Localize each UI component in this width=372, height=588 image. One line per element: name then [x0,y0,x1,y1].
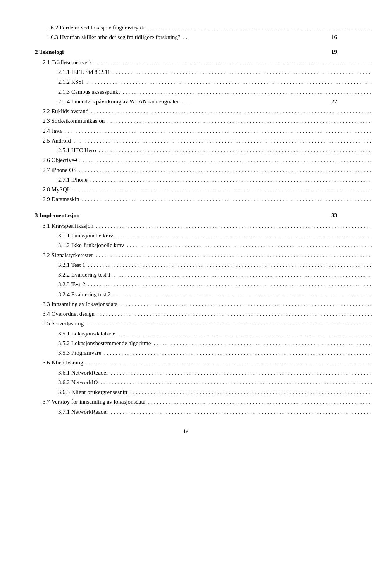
toc-entry-2-8: 2.8 MySQL 30 [35,185,337,194]
toc-dots [83,156,372,165]
toc-entry-2-7-1: 2.7.1 iPhone 30 [35,175,337,184]
page-number: iv [35,428,337,434]
toc-dots [86,358,372,367]
toc-dots [114,270,372,279]
toc-entry-3-1-1: 3.1.1 Funksjonelle krav 33 [35,231,337,240]
toc-number: 3.5.3 [58,349,70,358]
toc-dots [116,231,372,240]
toc-number: 3.5.1 [58,329,70,338]
toc-entry-2-5-1: 2.5.1 HTC Hero 28 [35,146,337,155]
toc-dots [79,166,372,175]
toc-entry-2-1-3: 2.1.3 Campus aksesspunkt 21 [35,88,337,96]
toc-number: 2.1.3 [58,88,70,96]
toc-page: 33 [328,211,337,220]
toc-entry-3-2-4: 3.2.4 Evaluering test 2 39 [35,290,337,299]
toc-entry-2-1: 2.1 Trådløse nettverk 19 [35,58,337,67]
toc-dots [104,349,372,358]
toc-page: 19 [328,48,337,57]
toc-title-text: Klientløsning [52,358,83,367]
toc-entry-2-9: 2.9 Datamaskin 31 [35,195,337,204]
toc-dots [95,58,372,67]
toc-dots [127,241,372,250]
toc-dots [118,329,372,338]
toc-number: 3.2.3 [58,280,70,289]
toc-title-text: Ikke-funksjonelle krav [71,241,124,250]
toc-title-text: Android [52,136,71,145]
toc-dots [73,185,372,194]
toc-number: 3.1 [43,222,50,230]
toc-number: 3.4 [43,309,50,318]
toc-dots [148,397,372,406]
toc-entry-2-1-2: 2.1.2 RSSI 21 [35,77,337,86]
toc-entry-2-1-4: 2.1.4 Innendørs påvirkning av WLAN radio… [35,97,337,106]
toc-dots [74,136,372,145]
toc-entry-3-6-1: 3.6.1 NetworkReader 57 [35,368,337,377]
toc-title-text: Lokasjonsdatabase [71,329,115,338]
toc-entry-2-5: 2.5 Android 27 [35,136,337,145]
toc-entry-3-6-3: 3.6.3 Klient brukergrensesnitt 62 [35,388,337,397]
toc-title-text: Campus aksesspunkt [71,88,120,96]
toc-dots [107,117,372,126]
toc-dots [64,127,372,136]
toc-number: 3 [35,211,38,220]
toc-dots [88,261,372,270]
toc-dots [90,175,372,184]
toc-title-text: Evaluering test 1 [71,270,111,279]
toc-entry-3-7-1: 3.7.1 NetworkReader 67 [35,407,337,416]
toc-title-text: Overordnet design [52,309,95,318]
toc-dots [99,146,372,155]
toc-entry-2-1-1: 2.1.1 IEEE Std 802.11 19 [35,68,337,77]
toc-entry-3-2-3: 3.2.3 Test 2 39 [35,280,337,289]
toc-dots [153,339,372,348]
toc-page: 16 [328,33,337,42]
toc-number: 2.3 [43,117,50,126]
toc-title-text: NetworkIO [71,378,98,387]
toc-title-text: Hvordan skiller arbeidet seg fra tidlige… [60,33,181,42]
toc-dots [111,407,372,416]
toc-entry-3-6-2: 3.6.2 NetworkIO 59 [35,378,337,387]
toc-number: 1.6.3 [46,33,58,42]
toc-entry-3-5-1: 3.5.1 Lokasjonsdatabase 46 [35,329,337,338]
toc-title-text: Trådløse nettverk [52,58,92,67]
table-of-contents: 1.6.2 Fordeler ved lokasjonsfingeravtryk… [35,23,337,416]
toc-number: 3.6.1 [58,368,70,377]
toc-dots [114,290,372,299]
toc-dots [111,368,372,377]
toc-dots [130,388,372,397]
toc-dots [147,23,372,32]
toc-number: 3.1.2 [58,241,70,250]
toc-title-text: Objective-C [52,156,80,165]
toc-entry-3-3: 3.3 Innsamling av lokasjonsdata 40 [35,300,337,309]
toc-dots [113,68,372,77]
toc-dots [100,378,372,387]
toc-dots [86,77,372,86]
toc-number: 3.7.1 [58,407,70,416]
toc-title-text: Kravspesifikasjon [52,222,93,230]
toc-entry-3-2-2: 3.2.2 Evaluering test 1 37 [35,270,337,279]
toc-dots [96,251,372,260]
toc-title-text: Teknologi [40,48,64,57]
toc-number: 3.6.2 [58,378,70,387]
toc-entry-2-4: 2.4 Java 26 [35,127,337,136]
toc-title-text: IEEE Std 802.11 [71,68,110,77]
toc-dots [82,195,372,204]
toc-dots [86,319,372,328]
toc-number: 3.2.4 [58,290,70,299]
toc-title-text: RSSI [71,77,84,86]
toc-page: 22 [328,97,337,106]
toc-number: 2.7 [43,166,50,175]
toc-number: 3.5 [43,319,50,328]
toc-entry-3-7: 3.7 Verktøy for innsamling av lokasjonsd… [35,397,337,406]
toc-entry-2-2: 2.2 Euklids avstand 25 [35,107,337,116]
toc-title-text: NetworkReader [71,407,108,416]
toc-number: 2.1.4 [58,97,70,106]
toc-entry-3-2: 3.2 Signalstyrketester 35 [35,251,337,260]
toc-number: 3.2.2 [58,270,70,279]
toc-title-text: Euklids avstand [52,107,88,116]
toc-number: 2.5.1 [58,146,70,155]
toc-number: 2.8 [43,185,50,194]
toc-entry-3-6: 3.6 Klientløsning 56 [35,358,337,367]
toc-title-text: iPhone [71,175,88,184]
toc-number: 3.5.2 [58,339,70,348]
toc-number: 2.1 [43,58,50,67]
